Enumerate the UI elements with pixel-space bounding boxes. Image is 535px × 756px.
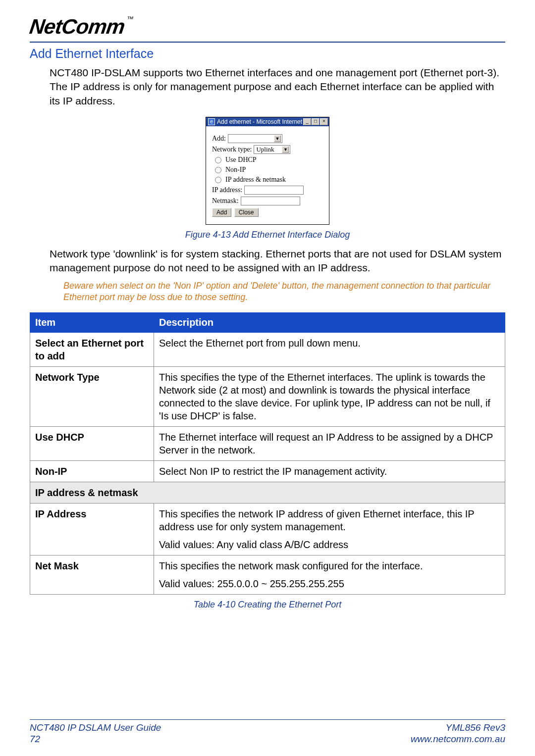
brand-logo: NetComm™ bbox=[28, 15, 134, 39]
dialog-title-text: Add ethernet - Microsoft Internet bbox=[217, 118, 303, 125]
row-desc: The Ethernet interface will request an I… bbox=[154, 426, 505, 460]
brand-text: NetComm bbox=[28, 15, 126, 38]
network-type-value: Uplink bbox=[256, 146, 274, 153]
radio-input[interactable] bbox=[215, 157, 221, 163]
row-desc: This specifies the network mask configur… bbox=[154, 555, 505, 594]
maximize-button[interactable]: □ bbox=[312, 118, 320, 125]
row-desc: Select the Ethernet port from pull down … bbox=[154, 332, 505, 366]
radio-label: Non-IP bbox=[225, 166, 246, 174]
row-label: Net Mask bbox=[30, 555, 154, 594]
row-desc: Select Non IP to restrict the IP managem… bbox=[154, 460, 505, 482]
figure-wrap: e Add ethernet - Microsoft Internet _ □ … bbox=[30, 117, 505, 225]
radio-input[interactable] bbox=[215, 167, 221, 173]
after-figure-paragraph: Network type 'downlink' is for system st… bbox=[50, 247, 505, 275]
netmask-input[interactable] bbox=[241, 197, 300, 205]
radio-input[interactable] bbox=[215, 177, 221, 183]
add-select[interactable]: ▼ bbox=[228, 134, 282, 143]
row-label: Select an Ethernet port to add bbox=[30, 332, 154, 366]
row-valid-values: Valid values: Any valid class A/B/C addr… bbox=[159, 538, 500, 551]
network-type-label: Network type: bbox=[212, 146, 252, 153]
table-row: Network Type This specifies the type of … bbox=[30, 366, 505, 426]
row-valid-values: Valid values: 255.0.0.0 ~ 255.255.255.25… bbox=[159, 577, 500, 590]
add-ethernet-dialog: e Add ethernet - Microsoft Internet _ □ … bbox=[206, 117, 329, 225]
description-table: Item Description Select an Ethernet port… bbox=[30, 312, 505, 595]
netmask-label: Netmask: bbox=[212, 197, 239, 205]
section-title: Add Ethernet Interface bbox=[30, 47, 505, 61]
row-desc-text: This specifies the network mask configur… bbox=[159, 560, 423, 571]
row-desc: This specifies the type of the Ethernet … bbox=[154, 366, 505, 426]
radio-label: IP address & netmask bbox=[225, 176, 286, 184]
footer-url: www.netcomm.com.au bbox=[411, 733, 505, 745]
footer-page: 72 bbox=[30, 733, 161, 745]
footer-guide: NCT480 IP DSLAM User Guide bbox=[30, 722, 161, 734]
close-icon[interactable]: × bbox=[320, 118, 328, 125]
table-row: Non-IP Select Non IP to restrict the IP … bbox=[30, 460, 505, 482]
row-desc: This specifies the network IP address of… bbox=[154, 503, 505, 555]
intro-paragraph: NCT480 IP-DSLAM supports two Ethernet in… bbox=[50, 66, 505, 108]
radio-non-ip[interactable]: Non-IP bbox=[215, 166, 324, 174]
header-bar: NetComm™ bbox=[30, 15, 505, 43]
ie-icon: e bbox=[208, 118, 215, 125]
row-desc-text: This specifies the network IP address of… bbox=[159, 508, 474, 532]
table-caption: Table 4-10 Creating the Ethernet Port bbox=[30, 600, 505, 610]
trademark: ™ bbox=[126, 15, 133, 23]
add-label: Add: bbox=[212, 135, 226, 143]
row-label: Use DHCP bbox=[30, 426, 154, 460]
table-row: IP Address This specifies the network IP… bbox=[30, 503, 505, 555]
row-label: Network Type bbox=[30, 366, 154, 426]
row-label: Non-IP bbox=[30, 460, 154, 482]
page-footer: NCT480 IP DSLAM User Guide 72 YML856 Rev… bbox=[30, 719, 505, 746]
minimize-button[interactable]: _ bbox=[303, 118, 311, 125]
ip-address-label: IP address: bbox=[212, 186, 242, 194]
close-button[interactable]: Close bbox=[234, 208, 259, 217]
row-label: IP Address bbox=[30, 503, 154, 555]
radio-label: Use DHCP bbox=[225, 156, 257, 164]
radio-use-dhcp[interactable]: Use DHCP bbox=[215, 156, 324, 164]
col-item: Item bbox=[30, 312, 154, 332]
footer-rev: YML856 Rev3 bbox=[411, 722, 505, 734]
network-type-select[interactable]: Uplink ▼ bbox=[254, 145, 290, 154]
radio-ip-netmask[interactable]: IP address & netmask bbox=[215, 176, 324, 184]
warning-note: Beware when select on the 'Non IP' optio… bbox=[63, 280, 505, 303]
dialog-titlebar: e Add ethernet - Microsoft Internet _ □ … bbox=[206, 117, 329, 126]
dialog-body: Add: ▼ Network type: Uplink ▼ Use DHCP bbox=[206, 126, 329, 224]
ip-address-input[interactable] bbox=[244, 186, 304, 195]
figure-caption: Figure 4-13 Add Ethernet Interface Dialo… bbox=[30, 230, 505, 240]
col-description: Description bbox=[154, 312, 505, 332]
table-row: Select an Ethernet port to add Select th… bbox=[30, 332, 505, 366]
chevron-down-icon: ▼ bbox=[274, 135, 281, 142]
add-button[interactable]: Add bbox=[212, 208, 231, 217]
table-row: Use DHCP The Ethernet interface will req… bbox=[30, 426, 505, 460]
table-row: Net Mask This specifies the network mask… bbox=[30, 555, 505, 594]
row-subhead: IP address & netmask bbox=[30, 482, 505, 503]
chevron-down-icon: ▼ bbox=[282, 146, 289, 153]
table-row-subhead: IP address & netmask bbox=[30, 482, 505, 503]
